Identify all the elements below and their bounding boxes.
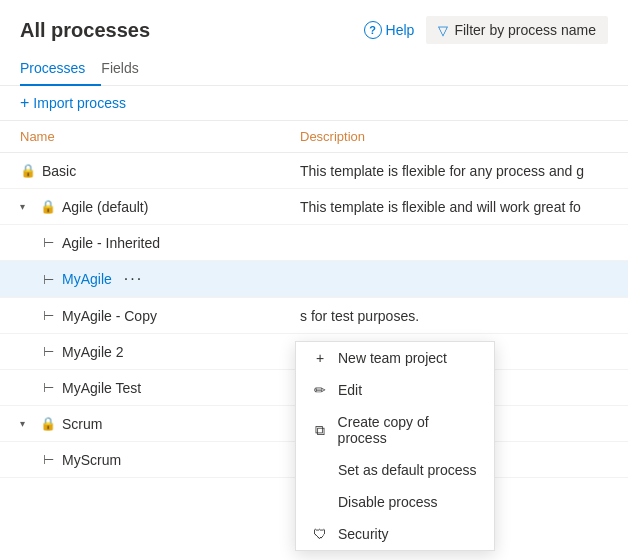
page-header: All processes ? Help ▽ Filter by process… — [0, 0, 628, 52]
context-menu: + New team project ✏ Edit ⧉ Create copy … — [295, 341, 495, 551]
page-title: All processes — [20, 19, 150, 42]
desc-cell: This template is flexible for any proces… — [300, 163, 608, 179]
import-label: Import process — [33, 95, 126, 111]
help-link[interactable]: ? Help — [364, 21, 415, 39]
ellipsis-button[interactable]: ··· — [118, 268, 149, 290]
name-cell: ⊢ MyAgile ··· — [20, 268, 300, 290]
name-cell: ⊢ MyAgile - Copy — [20, 308, 300, 324]
name-cell: ▾ 🔒 Scrum — [20, 416, 300, 432]
tree-icon: ⊢ — [40, 344, 56, 359]
tab-fields[interactable]: Fields — [101, 52, 154, 86]
filter-label: Filter by process name — [454, 22, 596, 38]
desc-cell: This template is flexible and will work … — [300, 199, 608, 215]
tab-processes[interactable]: Processes — [20, 52, 101, 86]
name-cell: ⊢ MyAgile Test — [20, 380, 300, 396]
menu-item-set-default[interactable]: Set as default process — [296, 454, 494, 486]
plus-icon: + — [20, 94, 29, 112]
plus-icon: + — [312, 350, 328, 366]
help-label: Help — [386, 22, 415, 38]
tree-icon: ⊢ — [40, 272, 56, 287]
menu-item-label: Create copy of process — [338, 414, 478, 446]
help-icon: ? — [364, 21, 382, 39]
menu-item-disable[interactable]: Disable process — [296, 486, 494, 518]
chevron-down-icon: ▾ — [20, 201, 34, 212]
menu-item-label: Security — [338, 526, 389, 542]
process-name: MyAgile 2 — [62, 344, 123, 360]
name-cell: ⊢ Agile - Inherited — [20, 235, 300, 251]
process-name: Agile (default) — [62, 199, 148, 215]
tree-icon: ⊢ — [40, 380, 56, 395]
process-name: MyScrum — [62, 452, 121, 468]
process-row-myagile[interactable]: ⊢ MyAgile ··· — [0, 261, 628, 298]
shield-icon: 🛡 — [312, 526, 328, 542]
process-row[interactable]: ⊢ MyAgile - Copy s for test purposes. — [0, 298, 628, 334]
chevron-down-icon: ▾ — [20, 418, 34, 429]
process-name: MyAgile Test — [62, 380, 141, 396]
desc-cell: s for test purposes. — [300, 308, 608, 324]
col-desc-header: Description — [300, 129, 608, 144]
menu-item-security[interactable]: 🛡 Security — [296, 518, 494, 550]
name-cell: ⊢ MyScrum — [20, 452, 300, 468]
menu-item-label: Edit — [338, 382, 362, 398]
copy-icon: ⧉ — [312, 422, 328, 439]
toolbar: + Import process — [0, 86, 628, 121]
edit-icon: ✏ — [312, 382, 328, 398]
lock-icon: 🔒 — [40, 199, 56, 214]
process-row[interactable]: ▾ 🔒 Agile (default) This template is fle… — [0, 189, 628, 225]
name-cell: ⊢ MyAgile 2 — [20, 344, 300, 360]
filter-icon: ▽ — [438, 23, 448, 38]
tab-bar: Processes Fields — [0, 52, 628, 86]
process-list: 🔒 Basic This template is flexible for an… — [0, 153, 628, 478]
name-cell: ▾ 🔒 Agile (default) — [20, 199, 300, 215]
menu-item-create-copy[interactable]: ⧉ Create copy of process — [296, 406, 494, 454]
header-actions: ? Help ▽ Filter by process name — [364, 16, 608, 44]
tree-icon: ⊢ — [40, 235, 56, 250]
menu-item-edit[interactable]: ✏ Edit — [296, 374, 494, 406]
process-row[interactable]: 🔒 Basic This template is flexible for an… — [0, 153, 628, 189]
lock-icon: 🔒 — [40, 416, 56, 431]
process-name: Basic — [42, 163, 76, 179]
lock-icon: 🔒 — [20, 163, 36, 178]
col-name-header: Name — [20, 129, 300, 144]
filter-button[interactable]: ▽ Filter by process name — [426, 16, 608, 44]
process-name: MyAgile - Copy — [62, 308, 157, 324]
menu-item-label: Disable process — [338, 494, 438, 510]
process-name: Scrum — [62, 416, 102, 432]
tree-icon: ⊢ — [40, 308, 56, 323]
menu-item-new-team-project[interactable]: + New team project — [296, 342, 494, 374]
import-process-button[interactable]: + Import process — [20, 94, 126, 112]
process-name-myagile[interactable]: MyAgile — [62, 271, 112, 287]
menu-item-label: New team project — [338, 350, 447, 366]
tree-icon: ⊢ — [40, 452, 56, 467]
process-name: Agile - Inherited — [62, 235, 160, 251]
name-cell: 🔒 Basic — [20, 163, 300, 179]
menu-item-label: Set as default process — [338, 462, 477, 478]
process-row[interactable]: ⊢ Agile - Inherited — [0, 225, 628, 261]
table-header: Name Description — [0, 121, 628, 153]
